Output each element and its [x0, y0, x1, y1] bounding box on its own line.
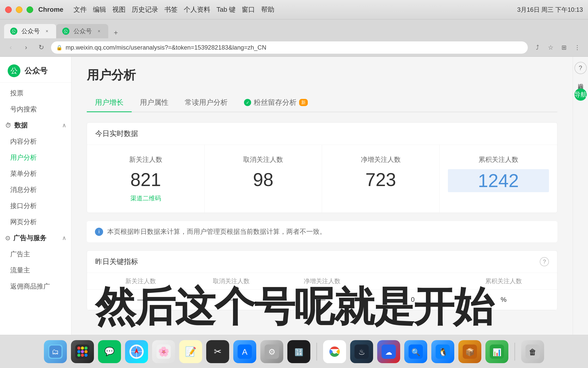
bookmark-button[interactable]: ☆	[545, 42, 556, 53]
dock-item-notes[interactable]: 📝	[179, 340, 202, 363]
dock-item-cap[interactable]: ✂	[206, 340, 229, 363]
svg-point-35	[333, 350, 337, 354]
col-header-1: 新关注人数	[95, 277, 186, 285]
svg-text:🌸: 🌸	[158, 346, 169, 357]
sidebar-item-return-goods[interactable]: 返佣商品推广	[0, 278, 71, 294]
sidebar-item-advertiser[interactable]: 广告主	[0, 246, 71, 262]
dock-item-chrome[interactable]	[323, 340, 346, 363]
nav-button[interactable]: 导航	[574, 88, 587, 101]
sidebar-item-msg-analysis[interactable]: 消息分析	[0, 182, 71, 198]
sidebar-item-traffic-master[interactable]: 流量主	[0, 262, 71, 278]
stat-new-followers: 新关注人数 821 渠道二维码	[87, 145, 205, 213]
dock-item-photos[interactable]: 🌸	[152, 340, 175, 363]
forward-button[interactable]: ›	[20, 42, 32, 53]
menu-bookmarks[interactable]: 书签	[164, 5, 178, 14]
stat-cancel-followers-value: 98	[213, 169, 314, 190]
stat-new-followers-label: 新关注人数	[95, 155, 196, 164]
tab-navigation: 用户增长 用户属性 常读用户分析 ✓ 粉丝留存分析 新	[87, 94, 557, 112]
dock-item-finder[interactable]: 🗂	[44, 340, 67, 363]
dock-item-settings[interactable]: ⚙	[260, 340, 283, 363]
share-button[interactable]: ⤴	[532, 42, 543, 53]
dock-item-appstore[interactable]: A	[233, 340, 256, 363]
stat-net-followers-value: 723	[330, 169, 431, 190]
extensions-button[interactable]: ⊞	[558, 42, 570, 53]
more-button[interactable]: ⋮	[572, 42, 583, 53]
sidebar-item-content-analysis[interactable]: 内容分析	[0, 133, 71, 150]
sidebar-item-user-analysis[interactable]: 用户分析	[0, 150, 71, 166]
tab-nav-regular-users[interactable]: 常读用户分析	[177, 94, 236, 112]
new-tab-button[interactable]: +	[110, 27, 121, 38]
svg-point-8	[81, 350, 84, 353]
dock-item-numbers[interactable]: 📊	[485, 340, 508, 363]
dock-item-steam[interactable]: ♨	[350, 340, 373, 363]
fullscreen-button[interactable]	[27, 6, 33, 13]
svg-point-12	[84, 354, 88, 357]
tab-bar: 公 公众号 × 公 公众号 × +	[0, 19, 588, 38]
menu-view[interactable]: 视图	[112, 5, 126, 14]
menu-profile[interactable]: 个人资料	[184, 5, 210, 14]
menu-edit[interactable]: 编辑	[93, 5, 106, 14]
svg-text:♨: ♨	[358, 348, 365, 356]
metrics-card: 昨日关键指标 ? 新关注人数 取消关注人数 净增关注人数 累积关注人数 — — …	[87, 250, 557, 310]
dock-item-launchpad[interactable]	[71, 340, 94, 363]
stat-cancel-followers: 取消关注人数 98	[205, 145, 322, 213]
col-header-3: 净增关注人数	[277, 277, 368, 285]
sidebar-item-votes[interactable]: 投票	[0, 85, 71, 101]
sidebar-item-web-analysis[interactable]: 网页分析	[0, 214, 71, 230]
metrics-help-icon[interactable]: ?	[540, 257, 549, 266]
menu-tab[interactable]: Tab 键	[216, 5, 236, 14]
menu-window[interactable]: 窗口	[242, 5, 255, 14]
dock-item-unknown1[interactable]: 📦	[458, 340, 481, 363]
svg-text:🗑: 🗑	[529, 348, 536, 356]
fans-icon: ✓	[244, 99, 251, 106]
help-panel: ? 遇到问题 导航	[573, 57, 588, 335]
dock-item-safari[interactable]	[125, 340, 148, 363]
channel-qr-link[interactable]: 渠道二维码	[95, 194, 196, 202]
menu-help[interactable]: 帮助	[261, 5, 274, 14]
metrics-cell-3: —	[277, 296, 368, 304]
url-bar[interactable]: 🔒 mp.weixin.qq.com/misc/useranalysis?=&t…	[51, 41, 528, 54]
svg-point-10	[77, 354, 80, 357]
refresh-button[interactable]: ↻	[36, 42, 47, 53]
svg-text:🐧: 🐧	[438, 348, 448, 357]
dock-item-wechat[interactable]: 💬	[98, 340, 121, 363]
tab-1-close[interactable]: ×	[44, 28, 50, 34]
sidebar-section-data[interactable]: ⏱ 数据 ∧	[0, 117, 71, 133]
tab-nav-attributes[interactable]: 用户属性	[132, 94, 177, 112]
tab-2[interactable]: 公 公众号 ×	[56, 24, 108, 38]
close-button[interactable]	[5, 6, 12, 13]
stat-net-followers: 净增关注人数 723	[322, 145, 440, 213]
stat-total-followers-label: 累积关注人数	[448, 155, 549, 164]
menu-history[interactable]: 历史记录	[132, 5, 158, 14]
stat-cancel-followers-label: 取消关注人数	[213, 155, 314, 164]
clock-icon: ⏱	[5, 122, 11, 129]
dock-item-qq[interactable]: 🐧	[431, 340, 454, 363]
dock-item-qqbrowser[interactable]: 🔍	[404, 340, 427, 363]
app-logo-text: 公众号	[24, 66, 47, 76]
sidebar-item-api-analysis[interactable]: 接口分析	[0, 198, 71, 214]
metrics-row: — — — 0 %	[87, 290, 557, 310]
svg-text:💬: 💬	[104, 347, 115, 356]
sidebar-item-menu-analysis[interactable]: 菜单分析	[0, 166, 71, 182]
dock-item-baidu[interactable]: ☁	[377, 340, 400, 363]
sidebar-item-search[interactable]: 号内搜索	[0, 101, 71, 117]
svg-text:☁: ☁	[385, 348, 392, 356]
metrics-col-headers: 新关注人数 取消关注人数 净增关注人数 累积关注人数	[87, 273, 557, 290]
dock-item-calculator[interactable]: 🔢	[287, 340, 310, 363]
back-button[interactable]: ‹	[5, 42, 16, 53]
tab-2-close[interactable]: ×	[96, 28, 102, 34]
sidebar-section-ads[interactable]: ⊙ 广告与服务 ∧	[0, 230, 71, 246]
menu-file[interactable]: 文件	[74, 5, 87, 14]
chevron-up-icon: ∧	[62, 122, 66, 129]
tab-1[interactable]: 公 公众号 ×	[4, 24, 56, 38]
tab-nav-growth[interactable]: 用户增长	[87, 94, 132, 112]
svg-text:📝: 📝	[185, 346, 197, 357]
help-question-button[interactable]: ?	[574, 62, 587, 74]
svg-text:⚙: ⚙	[268, 347, 276, 356]
dock-item-trash[interactable]: 🗑	[521, 340, 544, 363]
menu-bar: 文件 编辑 视图 历史记录 书签 个人资料 Tab 键 窗口 帮助	[74, 5, 274, 14]
metrics-cell-5: %	[458, 296, 549, 304]
tab-nav-fans-retention[interactable]: ✓ 粉丝留存分析 新	[236, 94, 316, 112]
tab-favicon-2: 公	[62, 28, 69, 35]
minimize-button[interactable]	[16, 6, 22, 13]
